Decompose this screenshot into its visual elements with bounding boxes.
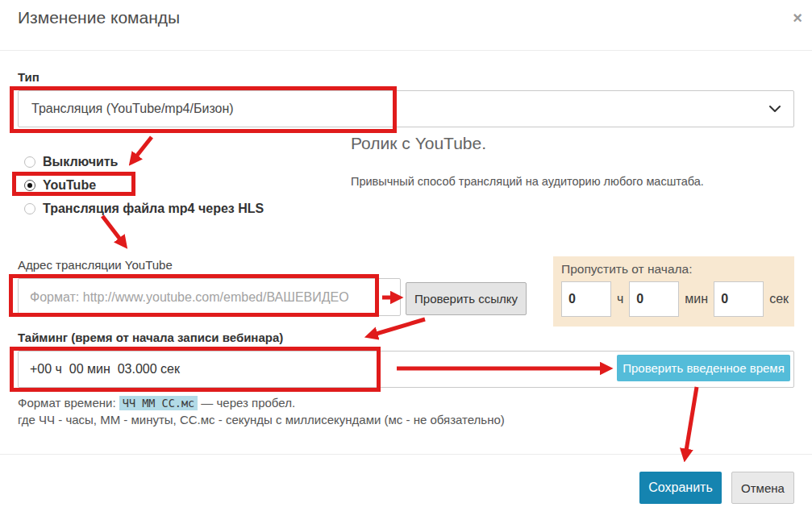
timing-label: Тайминг (время от начала записи вебинара… [18,331,283,344]
type-label: Тип [18,70,40,84]
skip-hours-input[interactable] [561,281,611,317]
skip-seconds-input[interactable] [714,281,764,317]
time-format-note: где ЧЧ - часы, ММ - минуты, СС.мс - секу… [18,413,505,426]
format-suffix: — через пробел. [198,396,295,410]
check-time-button[interactable]: Проверить введенное время [617,355,790,381]
skip-label: Пропустить от начала: [561,262,786,277]
type-select[interactable]: Трансляция (YouTube/mp4/Бизон) [18,90,794,127]
type-select-value: Трансляция (YouTube/mp4/Бизон) [31,102,769,116]
skip-minutes-input[interactable] [629,281,679,317]
check-link-button[interactable]: Проверить ссылку [406,282,527,315]
address-label: Адрес трансляции YouTube [18,258,173,272]
time-format-hint: Формат времени: ЧЧ ММ СС.мс — через проб… [18,396,295,410]
radio-option-youtube[interactable]: YouTube [24,178,96,193]
arrow-checklink-to-timing [371,319,425,335]
address-input[interactable] [18,278,401,316]
skip-hours-unit: ч [617,292,623,306]
skip-from-start-panel: Пропустить от начала: ч мин сек [553,256,794,327]
radio-circle-checked-icon[interactable] [24,180,35,191]
arrow-radio-to-address [102,216,123,243]
edit-command-modal: Изменение команды × Тип Трансляция (YouT… [0,0,812,520]
radio-label: Выключить [43,155,118,169]
skip-seconds-unit: сек [769,292,789,306]
radio-option-mp4-hls[interactable]: Трансляция файла mp4 через HLS [24,202,264,216]
format-code: ЧЧ ММ СС.мс [119,396,198,410]
radio-option-off[interactable]: Выключить [24,155,118,169]
radio-label: YouTube [43,178,96,193]
page-title: Изменение команды [18,8,180,27]
info-heading: Ролик с YouTube. [351,134,486,153]
footer-divider [0,454,812,455]
cancel-button[interactable]: Отмена [731,472,794,504]
skip-minutes-unit: мин [685,292,708,306]
header-divider [0,50,812,51]
format-prefix: Формат времени: [18,396,119,410]
radio-circle-icon[interactable] [24,203,35,214]
close-icon[interactable]: × [793,10,802,26]
arrow-select-to-youtube [133,137,152,160]
save-button[interactable]: Сохранить [639,472,722,504]
radio-circle-icon[interactable] [24,156,35,168]
chevron-down-icon [769,102,781,116]
radio-label: Трансляция файла mp4 через HLS [43,202,264,216]
arrow-checktime-to-save [685,387,697,456]
info-description: Привычный способ трансляций на аудиторию… [351,175,704,188]
